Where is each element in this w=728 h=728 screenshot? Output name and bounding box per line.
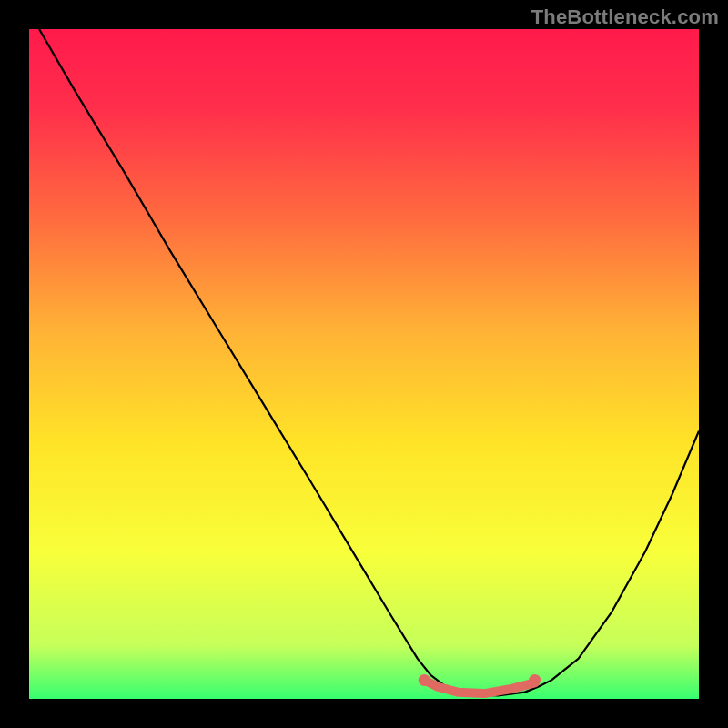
chart-svg bbox=[29, 29, 699, 699]
plot-area bbox=[29, 29, 699, 699]
watermark-label: TheBottleneck.com bbox=[531, 5, 719, 29]
chart-background bbox=[29, 29, 699, 699]
flat-start-point bbox=[419, 674, 430, 686]
flat-end-point bbox=[529, 674, 541, 686]
chart-frame: TheBottleneck.com bbox=[0, 0, 728, 728]
